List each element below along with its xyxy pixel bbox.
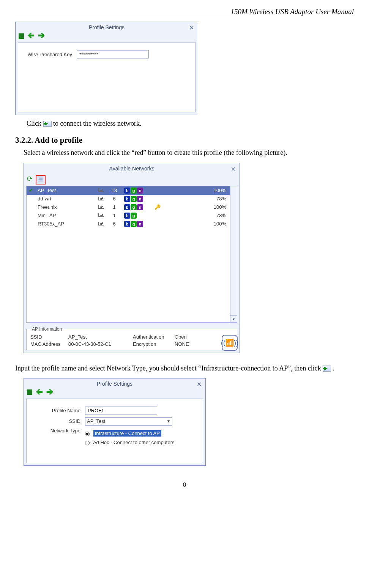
dialog-toolbar: 🡰 🡲 (16, 31, 198, 42)
network-type-label: Network Type (32, 428, 85, 434)
profile-settings-dialog-1: Profile Settings ✕ 🡰 🡲 WPA Preshared Key (15, 22, 198, 115)
scroll-down-icon[interactable]: ▾ (230, 315, 237, 322)
close-icon[interactable]: ✕ (197, 381, 202, 388)
antenna-icon (98, 197, 104, 200)
mode-g-icon: g (131, 204, 137, 210)
signal-cell: 100% (163, 186, 237, 195)
signal-cell: 73% (163, 211, 237, 220)
network-row[interactable]: Freeunix1bgn🔑100% (27, 203, 237, 211)
add-to-profile-button[interactable] (36, 175, 46, 184)
wpa-key-input[interactable] (77, 50, 149, 58)
ssid-label: SSID (32, 418, 85, 424)
mac-label: MAC Address (30, 341, 68, 347)
ssid-cell: RT305x_AP (35, 220, 96, 228)
channel-cell: 6 (107, 220, 122, 228)
mode-n-icon: n (137, 204, 143, 210)
page-number: 8 (15, 481, 354, 489)
page-header: 150M Wireless USB Adaptor User Manual (15, 8, 354, 17)
text-frag: to connect the wireless network. (53, 120, 141, 127)
mode-n-icon: n (137, 188, 143, 194)
check-icon: ✔ (29, 188, 33, 193)
channel-cell: 1 (107, 203, 122, 211)
back-arrow-icon[interactable]: 🡰 (36, 388, 43, 396)
radio-icon (85, 432, 90, 436)
radio-adhoc[interactable]: Ad Hoc - Connect to other computers (85, 440, 175, 445)
forward-arrow-icon[interactable]: 🡲 (38, 32, 45, 39)
forward-arrow-icon[interactable]: 🡲 (46, 388, 53, 396)
forward-arrow-icon (323, 366, 331, 372)
mode-b-icon: b (124, 221, 130, 227)
mode-g-icon: g (131, 188, 137, 194)
mode-b-icon: b (124, 196, 130, 202)
section-heading: 3.2.2. Add to profile (15, 136, 354, 145)
text-frag: Click (27, 120, 43, 127)
lock-icon: 🔑 (155, 204, 161, 210)
ssid-cell: Freeunix (35, 203, 96, 211)
profile-name-input[interactable] (85, 407, 157, 415)
network-row[interactable]: Mini_AP1bg73% (27, 211, 237, 220)
ap-information-panel: AP Information SSID AP_Test Authenticati… (26, 326, 237, 350)
channel-cell: 1 (107, 211, 122, 220)
ssid-value: AP_Test (68, 334, 133, 340)
mode-g-icon: g (131, 221, 137, 227)
antenna-icon (98, 213, 104, 217)
text-frag: Input the profile name and select Networ… (15, 364, 323, 372)
dialog-title: Available Networks (24, 163, 240, 172)
mac-value: 00-0C-43-30-52-C1 (68, 341, 133, 347)
radio-icon (85, 441, 90, 445)
stop-icon[interactable] (19, 33, 24, 39)
mode-n-icon: n (137, 196, 143, 202)
available-networks-dialog: Available Networks ✕ ⟳ ✔AP_Test13bgn100%… (24, 163, 240, 353)
mode-g-icon: g (131, 196, 137, 202)
refresh-icon[interactable]: ⟳ (27, 175, 33, 183)
mode-n-icon: n (137, 221, 143, 227)
mode-b-icon: b (124, 204, 130, 210)
ssid-cell: dd-wrt (35, 195, 96, 203)
signal-cell: 78% (163, 195, 237, 203)
profile-settings-dialog-2: Profile Settings ✕ 🡰 🡲 Profile Name SSID… (24, 378, 206, 466)
mode-g-icon: g (131, 213, 137, 219)
instruction-text-2: Select a wireless network and click the … (15, 148, 354, 157)
instruction-text-1: Click to connect the wireless network. (15, 119, 354, 128)
network-row[interactable]: ✔AP_Test13bgn100% (27, 186, 237, 195)
ssid-value: AP_Test (87, 418, 105, 424)
antenna-icon (98, 188, 104, 192)
channel-cell: 13 (107, 186, 122, 195)
close-icon[interactable]: ✕ (231, 166, 236, 173)
signal-cell: 100% (163, 220, 237, 228)
antenna-icon (98, 222, 104, 225)
wpa-key-label: WPA Preshared Key (24, 52, 77, 57)
network-row[interactable]: dd-wrt6bgn78% (27, 195, 237, 203)
list-icon (38, 177, 43, 182)
dialog-title: Profile Settings (24, 378, 205, 388)
scrollbar[interactable]: ▾ (230, 186, 237, 322)
stop-icon[interactable] (27, 389, 32, 395)
enc-label: Encryption (133, 341, 175, 347)
forward-arrow-icon (43, 121, 52, 127)
signal-cell: 100% (163, 203, 237, 211)
ssid-dropdown[interactable]: AP_Test ▼ (85, 417, 172, 426)
text-frag: . (333, 364, 335, 372)
ssid-cell: AP_Test (35, 186, 96, 195)
mode-b-icon: b (124, 213, 130, 219)
channel-cell: 6 (107, 195, 122, 203)
instruction-text-3: Input the profile name and select Networ… (15, 364, 354, 373)
signal-icon: ((📶)) (222, 335, 238, 351)
mode-b-icon: b (124, 188, 130, 194)
antenna-icon (98, 205, 104, 209)
auth-label: Authentication (133, 334, 175, 340)
ap-info-legend: AP Information (30, 326, 63, 332)
radio-infrastructure[interactable]: Infrastructure - Connect to AP (85, 428, 175, 437)
network-list: ✔AP_Test13bgn100%dd-wrt6bgn78%Freeunix1b… (26, 186, 237, 323)
ssid-label: SSID (30, 334, 68, 340)
chevron-down-icon: ▼ (167, 419, 170, 423)
radio-label: Ad Hoc - Connect to other computers (93, 440, 175, 445)
back-arrow-icon[interactable]: 🡰 (28, 32, 35, 39)
profile-name-label: Profile Name (32, 408, 85, 413)
dialog-title: Profile Settings (16, 22, 198, 31)
network-row[interactable]: RT305x_AP6bgn100% (27, 220, 237, 228)
radio-label: Infrastructure - Connect to AP (93, 430, 161, 437)
ssid-cell: Mini_AP (35, 211, 96, 220)
close-icon[interactable]: ✕ (189, 24, 194, 32)
